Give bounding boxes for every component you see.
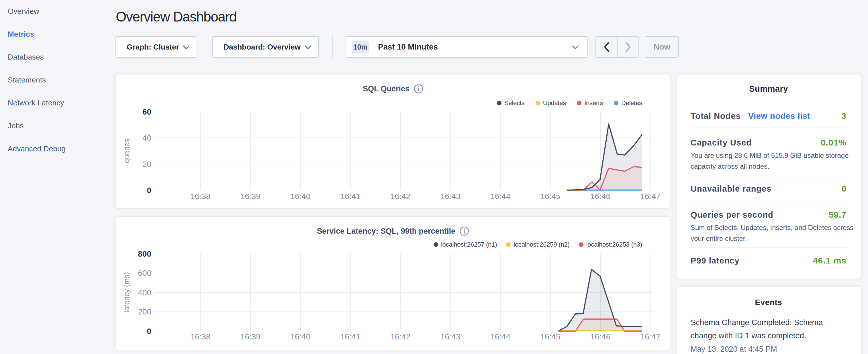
svg-text:queries: queries bbox=[122, 139, 131, 163]
svg-text:16:38: 16:38 bbox=[190, 192, 210, 201]
svg-text:16:42: 16:42 bbox=[390, 192, 410, 201]
svg-text:0: 0 bbox=[147, 327, 151, 336]
svg-text:600: 600 bbox=[138, 269, 151, 278]
svg-text:60: 60 bbox=[143, 107, 151, 116]
svg-text:16:40: 16:40 bbox=[290, 192, 310, 201]
svg-text:200: 200 bbox=[138, 307, 151, 316]
svg-text:16:39: 16:39 bbox=[241, 192, 260, 201]
svg-text:16:45: 16:45 bbox=[540, 332, 560, 341]
svg-text:16:45: 16:45 bbox=[540, 192, 560, 201]
svg-text:16:46: 16:46 bbox=[590, 332, 610, 341]
svg-text:0: 0 bbox=[147, 186, 151, 195]
svg-text:16:44: 16:44 bbox=[490, 192, 510, 201]
svg-text:400: 400 bbox=[138, 288, 151, 297]
svg-text:40: 40 bbox=[143, 133, 151, 142]
svg-text:16:42: 16:42 bbox=[390, 332, 410, 341]
svg-text:800: 800 bbox=[138, 250, 151, 258]
svg-text:16:47: 16:47 bbox=[640, 192, 660, 201]
svg-text:16:38: 16:38 bbox=[190, 332, 210, 341]
svg-text:16:41: 16:41 bbox=[340, 192, 361, 201]
svg-text:16:46: 16:46 bbox=[590, 192, 610, 201]
svg-text:16:44: 16:44 bbox=[490, 332, 510, 341]
svg-text:latency (ms): latency (ms) bbox=[122, 272, 131, 313]
svg-text:20: 20 bbox=[143, 160, 151, 169]
svg-text:16:43: 16:43 bbox=[440, 192, 461, 201]
svg-text:16:41: 16:41 bbox=[340, 332, 361, 341]
svg-text:16:47: 16:47 bbox=[640, 332, 660, 341]
svg-text:16:40: 16:40 bbox=[290, 332, 310, 341]
svg-text:16:39: 16:39 bbox=[241, 332, 260, 341]
svg-text:16:43: 16:43 bbox=[440, 332, 461, 341]
